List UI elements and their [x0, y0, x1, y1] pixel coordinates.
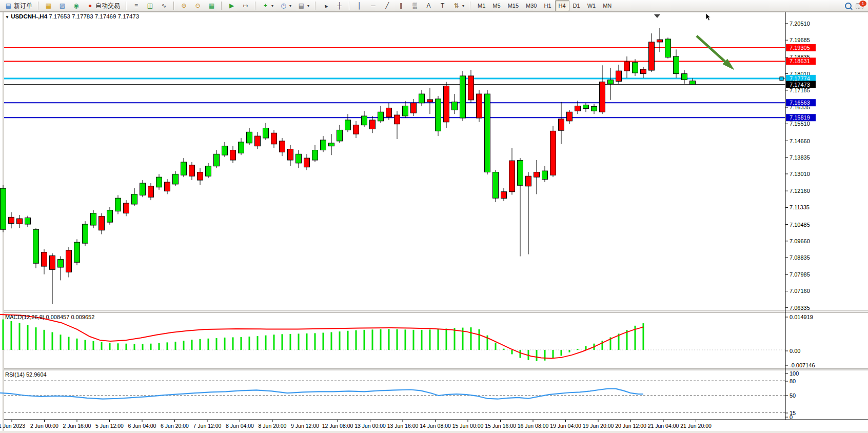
svg-text:7.13010: 7.13010	[790, 171, 810, 177]
svg-text:15 Jun 00:00: 15 Jun 00:00	[452, 423, 484, 429]
timeframe-w1-button[interactable]: W1	[584, 0, 600, 11]
text-tool-button[interactable]: A	[422, 0, 435, 11]
candle-chart-button[interactable]: ◫	[144, 0, 156, 11]
timeframe-m30-button[interactable]: M30	[522, 0, 540, 11]
timeframe-mn-button[interactable]: MN	[599, 0, 615, 11]
signals-button[interactable]: ◉	[70, 0, 83, 11]
macd-label: MACD(12,26,9) 0.008457 0.009652	[5, 314, 94, 320]
timeframe-m15-button[interactable]: M15	[504, 0, 522, 11]
timeframe-toolbar: M1M5M15M30H1H4D1W1MN	[474, 0, 615, 11]
timeframe-m1-button[interactable]: M1	[474, 0, 489, 11]
toolbar-separator	[470, 2, 471, 10]
toolbar-separator	[173, 2, 174, 10]
templates-icon: ▤	[298, 2, 305, 10]
equidistant-channel-icon: ∥	[397, 2, 405, 10]
fibonacci-icon: ▒	[411, 2, 419, 10]
chart-shift-button[interactable]: ↦	[239, 0, 252, 11]
arrows-tool-button[interactable]: ⇅▾	[450, 0, 467, 11]
svg-text:1 Jun 2023: 1 Jun 2023	[0, 423, 25, 429]
rsi-label: RSI(14) 52.9604	[5, 371, 47, 378]
svg-text:7.15819: 7.15819	[790, 114, 810, 121]
svg-text:2 Jun 00:00: 2 Jun 00:00	[30, 423, 58, 429]
chart-shift-icon: ↦	[242, 2, 249, 10]
bar-chart-button[interactable]: ≡	[130, 0, 143, 11]
horizontal-line-icon: ─	[369, 2, 377, 10]
crosshair-tool-button[interactable]: ┼	[333, 0, 346, 11]
text-icon: A	[425, 2, 432, 10]
svg-text:7.12160: 7.12160	[790, 188, 810, 194]
autotrade-icon: ●	[86, 2, 94, 10]
indicators-button[interactable]: +▾	[259, 0, 276, 11]
trendline-tool-button[interactable]: ╱	[381, 0, 393, 11]
zoom-out-button[interactable]: ⊖	[191, 0, 204, 11]
notifications-button[interactable]: 1	[856, 2, 864, 9]
chevron-down-icon: ▾	[289, 4, 291, 8]
toolbar-separator	[221, 2, 222, 10]
bid-line-handle	[780, 77, 783, 81]
candle-chart-icon: ◫	[146, 2, 154, 10]
svg-text:7.15510: 7.15510	[790, 121, 810, 127]
line-chart-icon: ∿	[160, 2, 168, 10]
svg-text:7.19685: 7.19685	[790, 37, 810, 43]
new-order-button[interactable]: ▤ 新订单	[2, 0, 35, 11]
new-order-label: 新订单	[14, 2, 32, 10]
svg-text:7.17774: 7.17774	[790, 75, 810, 82]
notification-badge: 1	[859, 0, 867, 7]
svg-text:19 Jun 04:00: 19 Jun 04:00	[550, 423, 581, 429]
svg-text:7.11335: 7.11335	[790, 204, 810, 210]
fibonacci-tool-button[interactable]: ▒	[408, 0, 421, 11]
chart-window[interactable]: 7.205107.196857.188357.180107.171857.163…	[0, 11, 868, 433]
vertical-line-tool-button[interactable]: │	[353, 0, 366, 11]
profiles-button[interactable]: ▦	[42, 0, 55, 11]
timeframe-h4-button[interactable]: H4	[555, 0, 569, 11]
autotrade-label: 自动交易	[95, 2, 120, 10]
periods-button[interactable]: ◷▾	[277, 0, 294, 11]
toolbar-separator	[38, 2, 39, 10]
svg-text:7.14660: 7.14660	[790, 138, 810, 144]
svg-text:0.014919: 0.014919	[790, 314, 813, 320]
toolbar-separator	[255, 2, 256, 10]
svg-text:13 Jun 00:00: 13 Jun 00:00	[354, 423, 386, 429]
horizontal-line-tool-button[interactable]: ─	[367, 0, 380, 11]
svg-text:5 Jun 12:00: 5 Jun 12:00	[95, 423, 124, 429]
price-chart-svg[interactable]: 7.205107.196857.188357.180107.171857.163…	[0, 11, 868, 433]
zoom-in-icon: ⊕	[180, 2, 188, 10]
trendline-icon: ╱	[383, 2, 391, 10]
channel-tool-button[interactable]: ∥	[394, 0, 407, 11]
svg-text:13 Jun 16:00: 13 Jun 16:00	[387, 423, 419, 429]
svg-text:80: 80	[790, 378, 796, 384]
line-chart-button[interactable]: ∿	[157, 0, 170, 11]
auto-scroll-button[interactable]: ▶	[225, 0, 238, 11]
timeframe-m5-button[interactable]: M5	[489, 0, 504, 11]
chevron-down-icon: ▾	[462, 4, 464, 8]
top-toolbar: ▤ 新订单 ▦ ▨ ◉ ● 自动交易 ≡ ◫ ∿ ⊕ ⊖ ▦ ▶ ↦ +▾ ◷▾…	[0, 0, 868, 12]
autotrade-button[interactable]: ● 自动交易	[84, 0, 123, 11]
crosshair-icon: ┼	[336, 2, 343, 10]
svg-text:50: 50	[790, 392, 796, 399]
cursor-tool-button[interactable]: ▲	[319, 0, 332, 11]
svg-text:7.09660: 7.09660	[790, 238, 810, 244]
svg-text:2 Jun 16:00: 2 Jun 16:00	[63, 423, 91, 429]
periods-icon: ◷	[280, 2, 287, 10]
svg-text:-0.007146: -0.007146	[790, 362, 815, 368]
timeframe-h1-button[interactable]: H1	[540, 0, 555, 11]
search-icon[interactable]	[845, 3, 852, 9]
signals-icon: ◉	[72, 2, 80, 10]
templates-button[interactable]: ▤▾	[295, 0, 312, 11]
svg-text:7.13835: 7.13835	[790, 154, 810, 161]
indicators-icon: +	[262, 2, 269, 10]
text-label-icon: T	[439, 2, 446, 10]
zoom-out-icon: ⊖	[194, 2, 202, 10]
zoom-in-button[interactable]: ⊕	[177, 0, 190, 11]
label-tool-button[interactable]: T	[436, 0, 449, 11]
svg-text:0: 0	[790, 414, 793, 420]
svg-text:7.19305: 7.19305	[790, 45, 810, 51]
svg-text:7.06335: 7.06335	[790, 305, 810, 311]
tile-windows-button[interactable]: ▦	[205, 0, 218, 11]
metaeditor-button[interactable]: ▨	[56, 0, 69, 11]
timeframe-d1-button[interactable]: D1	[569, 0, 584, 11]
mt4-terminal: { "toolbar":{ "new_order_label":"新订单", "…	[0, 0, 868, 433]
toolbar-separator	[315, 2, 316, 10]
svg-text:8 Jun 20:00: 8 Jun 20:00	[259, 423, 287, 429]
svg-text:7.18631: 7.18631	[790, 58, 810, 64]
